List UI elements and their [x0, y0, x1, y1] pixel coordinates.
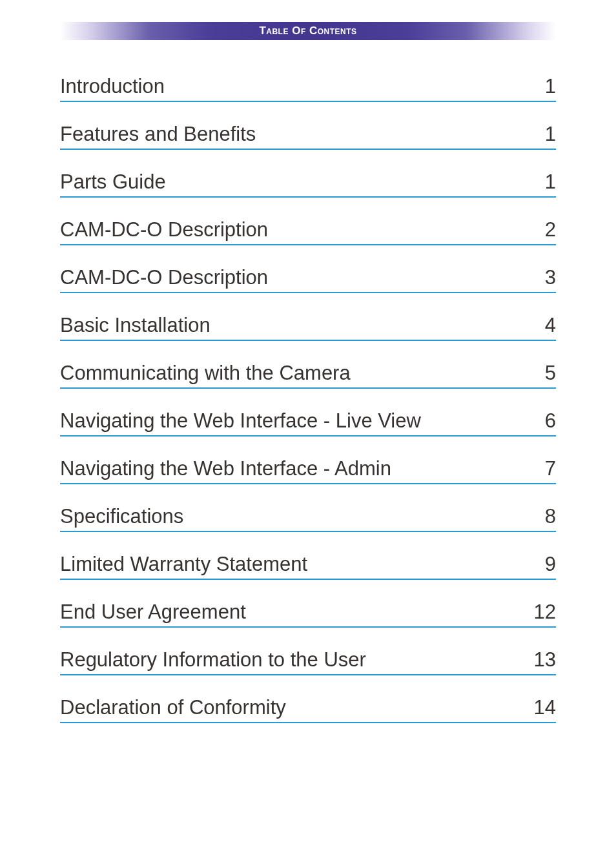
- toc-entry-title: Basic Installation: [60, 314, 210, 337]
- toc-entry[interactable]: Declaration of Conformity 14: [60, 692, 556, 723]
- header-bar: Table Of Contents: [60, 22, 556, 40]
- toc-entry-page: 2: [524, 218, 556, 242]
- toc-entry[interactable]: CAM-DC-O Description 3: [60, 262, 556, 293]
- toc-entry[interactable]: Regulatory Information to the User 13: [60, 644, 556, 675]
- toc-entry-page: 5: [524, 362, 556, 385]
- toc-entry-page: 1: [524, 123, 556, 146]
- toc-entry-page: 8: [524, 505, 556, 528]
- toc-entry[interactable]: Features and Benefits 1: [60, 119, 556, 150]
- toc-entry-title: Navigating the Web Interface - Admin: [60, 457, 391, 480]
- table-of-contents: Introduction 1 Features and Benefits 1 P…: [60, 71, 556, 723]
- toc-entry-title: CAM-DC-O Description: [60, 266, 268, 289]
- toc-entry-title: Navigating the Web Interface - Live View: [60, 409, 421, 433]
- toc-entry[interactable]: Parts Guide 1: [60, 167, 556, 198]
- toc-entry[interactable]: Communicating with the Camera 5: [60, 358, 556, 389]
- toc-entry-title: Regulatory Information to the User: [60, 648, 366, 672]
- toc-entry-page: 7: [524, 457, 556, 480]
- toc-entry-page: 1: [524, 75, 556, 98]
- toc-entry[interactable]: Specifications 8: [60, 501, 556, 532]
- toc-entry[interactable]: Introduction 1: [60, 71, 556, 102]
- toc-entry-title: Specifications: [60, 505, 183, 528]
- toc-entry-page: 12: [524, 601, 556, 624]
- toc-entry[interactable]: End User Agreement 12: [60, 597, 556, 628]
- toc-entry-title: Parts Guide: [60, 170, 166, 194]
- toc-entry[interactable]: Navigating the Web Interface - Live View…: [60, 406, 556, 437]
- toc-entry[interactable]: CAM-DC-O Description 2: [60, 214, 556, 245]
- toc-entry-page: 4: [524, 314, 556, 337]
- toc-entry-page: 14: [524, 696, 556, 719]
- page-title: Table Of Contents: [259, 25, 356, 37]
- toc-entry-title: Introduction: [60, 75, 165, 98]
- toc-entry-title: End User Agreement: [60, 601, 246, 624]
- toc-entry-page: 6: [524, 409, 556, 433]
- toc-entry-title: Features and Benefits: [60, 123, 256, 146]
- toc-entry-title: Limited Warranty Statement: [60, 553, 307, 576]
- toc-entry-page: 1: [524, 170, 556, 194]
- toc-entry-page: 9: [524, 553, 556, 576]
- toc-entry-title: Communicating with the Camera: [60, 362, 351, 385]
- toc-entry[interactable]: Navigating the Web Interface - Admin 7: [60, 453, 556, 484]
- toc-entry[interactable]: Basic Installation 4: [60, 310, 556, 341]
- toc-entry-page: 13: [524, 648, 556, 672]
- toc-entry[interactable]: Limited Warranty Statement 9: [60, 549, 556, 580]
- toc-entry-title: CAM-DC-O Description: [60, 218, 268, 242]
- toc-entry-title: Declaration of Conformity: [60, 696, 286, 719]
- toc-entry-page: 3: [524, 266, 556, 289]
